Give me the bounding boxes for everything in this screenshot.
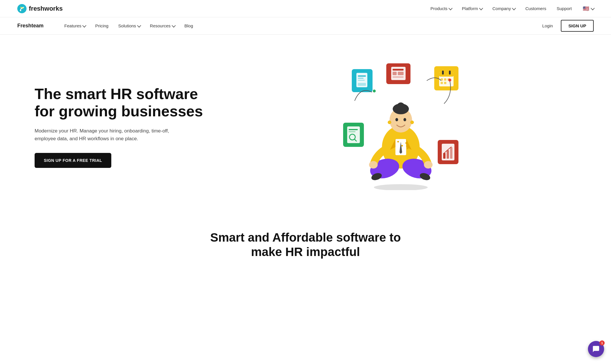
svg-rect-28 [447,150,449,159]
top-navbar: freshworks Products Platform Company Cus… [0,0,611,17]
svg-point-47 [403,118,406,121]
hero-subtitle: Modernize your HR. Manage your hiring, o… [35,127,173,143]
svg-point-38 [369,161,377,168]
chevron-down-icon [591,6,595,10]
svg-point-49 [397,141,399,143]
top-nav-item-customers[interactable]: Customers [525,6,546,11]
hero-cta-button[interactable]: SIGN UP FOR A FREE TRIAL [35,153,111,168]
svg-point-46 [395,118,398,121]
hero-illustration [208,58,594,196]
svg-point-52 [407,148,408,149]
top-nav-item-platform[interactable]: Platform [462,6,482,11]
bottom-title: Smart and Affordable software to make HR… [205,230,407,259]
freshworks-logo-icon [17,4,27,13]
svg-point-30 [374,184,428,190]
signup-button[interactable]: SIGN UP [561,20,594,32]
chevron-down-icon [82,23,87,27]
sub-nav-item-features[interactable]: Features [61,21,89,31]
svg-rect-29 [450,147,452,159]
hero-content: The smart HR software for growing busine… [35,86,208,168]
sub-nav-actions: Login SIGN UP [539,20,594,32]
svg-rect-20 [444,82,446,84]
chevron-down-icon [512,6,516,10]
svg-point-51 [405,142,407,144]
product-brand-name: Freshteam [17,23,44,29]
locale-button[interactable]: 🇺🇸 [582,5,594,12]
svg-rect-3 [358,75,366,77]
svg-point-43 [397,103,404,110]
illustration-container [340,58,461,196]
svg-rect-23 [349,131,356,132]
top-nav-locale[interactable]: 🇺🇸 [582,5,594,12]
svg-point-44 [388,121,391,124]
svg-rect-15 [449,71,451,75]
svg-point-50 [401,145,403,147]
top-nav-item-support[interactable]: Support [557,6,572,11]
freshworks-logo-text: freshworks [29,5,63,12]
svg-rect-13 [439,72,454,77]
bottom-section: Smart and Affordable software to make HR… [0,213,611,271]
hero-title: The smart HR software for growing busine… [35,86,208,120]
svg-rect-14 [442,71,444,75]
sub-nav-item-pricing[interactable]: Pricing [92,21,112,31]
svg-rect-18 [448,78,450,81]
sub-nav-item-resources[interactable]: Resources [146,21,178,31]
svg-rect-27 [443,153,445,159]
svg-point-1 [20,10,21,11]
top-nav-item-products[interactable]: Products [430,6,452,11]
flag-icon: 🇺🇸 [582,5,590,12]
svg-rect-17 [444,78,446,81]
hero-person-illustration [360,77,441,190]
chevron-down-icon [479,6,483,10]
sub-nav-links-list: Features Pricing Solutions Resources Blo… [61,21,539,31]
svg-rect-22 [349,129,358,130]
svg-point-39 [424,161,433,168]
login-link[interactable]: Login [539,21,557,31]
sub-navbar: Freshteam Features Pricing Solutions Res… [0,17,611,35]
svg-point-48 [393,144,395,145]
top-nav-links-list: Products Platform Company Customers Supp… [430,5,594,12]
svg-point-45 [410,121,413,124]
svg-rect-10 [398,72,403,75]
freshworks-logo-link[interactable]: freshworks [17,4,63,13]
chevron-down-icon [448,6,452,10]
top-nav-item-company[interactable]: Company [492,6,515,11]
svg-rect-8 [392,69,403,71]
chevron-down-icon [137,23,141,27]
chevron-down-icon [172,23,176,27]
sub-nav-item-blog[interactable]: Blog [181,21,197,31]
sub-nav-item-solutions[interactable]: Solutions [115,21,144,31]
hero-section: The smart HR software for growing busine… [0,35,611,213]
svg-rect-9 [392,72,396,75]
